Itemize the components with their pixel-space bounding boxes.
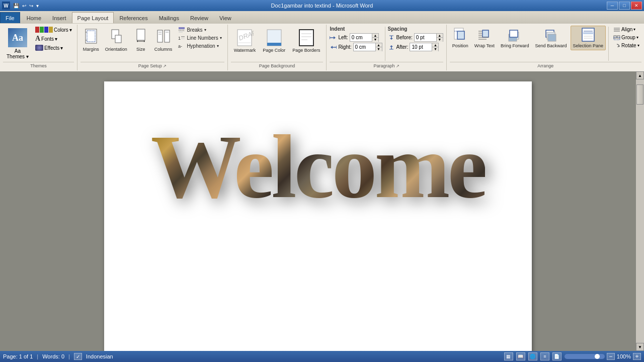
minimize-btn[interactable]: ─ — [607, 2, 618, 10]
fonts-btn-label: Fonts — [41, 36, 54, 42]
margins-btn[interactable]: Margins — [80, 26, 102, 55]
pageborders-btn-label: Page Borders — [292, 48, 320, 53]
svg-marker-40 — [390, 38, 393, 40]
indent-left-input[interactable]: 0 cm ▲ ▼ — [350, 33, 379, 42]
pageborders-btn[interactable]: Page Borders — [289, 26, 323, 55]
tab-references[interactable]: References — [114, 12, 153, 23]
columns-btn[interactable]: Columns — [152, 26, 175, 55]
indent-left-row: Left: 0 cm ▲ ▼ — [330, 33, 382, 42]
indent-right-input[interactable]: 0 cm ▲ ▼ — [353, 43, 382, 51]
print-layout-btn[interactable]: ▦ — [504, 352, 513, 360]
close-btn[interactable]: ✕ — [631, 2, 642, 10]
tab-insert[interactable]: Insert — [47, 12, 72, 23]
qa-dropdown-btn[interactable]: ▾ — [35, 3, 40, 9]
spacing-before-input[interactable]: 0 pt ▲ ▼ — [414, 33, 443, 42]
position-btn[interactable]: Position — [450, 26, 471, 50]
spacing-before-up[interactable]: ▲ — [437, 34, 443, 38]
colors-btn[interactable]: Colors ▾ — [33, 26, 74, 34]
svg-rect-58 — [548, 34, 556, 41]
quick-access-toolbar: 💾 ↩ ↪ ▾ — [12, 3, 40, 9]
tab-home[interactable]: Home — [21, 12, 47, 23]
indent-right-up[interactable]: ▲ — [376, 43, 382, 47]
paragraph-group-label: Paragraph ↗ — [330, 62, 443, 69]
svg-rect-47 — [482, 30, 489, 37]
columns-icon — [156, 28, 171, 46]
breaks-btn[interactable]: Breaks ▾ — [176, 26, 224, 34]
welcome-wrapper: Welcome Welcome — [151, 122, 486, 212]
svg-marker-43 — [390, 45, 393, 47]
outline-view-btn[interactable]: ≡ — [540, 352, 549, 360]
linenumbers-btn-label: Line Numbers — [187, 35, 218, 41]
tab-review[interactable]: Review — [185, 12, 214, 23]
pagebg-group-content: DRAFT Watermark Page Color — [231, 26, 324, 62]
themes-btn-label: Aa — [15, 48, 21, 54]
redo-quick-btn[interactable]: ↪ — [28, 3, 34, 9]
margins-icon — [84, 28, 98, 46]
pagecolor-btn-label: Page Color — [263, 48, 285, 53]
zoom-in-btn[interactable]: + — [633, 353, 641, 360]
paragraph-group: Indent Left: 0 cm ▲ ▼ — [327, 25, 446, 70]
position-btn-label: Position — [452, 43, 468, 49]
linenumbers-btn[interactable]: 1 Line Numbers ▾ — [176, 34, 224, 42]
zoom-thumb[interactable] — [595, 354, 600, 359]
orientation-icon — [109, 28, 123, 46]
zoom-out-btn[interactable]: − — [607, 353, 615, 360]
arrange-group-content: Position Wrap Text — [450, 26, 641, 62]
language-info: Indonesian — [86, 353, 113, 359]
spacing-after-down[interactable]: ▼ — [432, 47, 438, 51]
selectionpane-btn[interactable]: Selection Pane — [571, 26, 606, 50]
status-right: ▦ 📖 🌐 ≡ 📄 − 100% + — [504, 352, 641, 360]
orientation-btn[interactable]: Orientation — [103, 26, 130, 55]
save-quick-btn[interactable]: 💾 — [12, 3, 20, 9]
fonts-btn[interactable]: A Fonts ▾ — [33, 34, 74, 44]
tab-view[interactable]: View — [214, 12, 237, 23]
sendbackward-btn[interactable]: Send Backward — [533, 26, 570, 50]
draft-view-btn[interactable]: 📄 — [552, 352, 561, 360]
spellcheck-btn[interactable]: ✓ — [74, 353, 82, 360]
themes-btn[interactable]: Aa Aa Themes ▾ — [3, 26, 32, 62]
spacing-before-down[interactable]: ▼ — [437, 38, 443, 42]
svg-text:1: 1 — [178, 36, 181, 41]
pagecolor-btn[interactable]: Page Color — [260, 26, 288, 55]
restore-btn[interactable]: □ — [619, 2, 630, 10]
rotate-btn[interactable]: Rotate ▾ — [611, 42, 641, 49]
spacing-after-up[interactable]: ▲ — [432, 43, 438, 47]
scroll-up-btn[interactable]: ▲ — [636, 71, 644, 79]
group-btn[interactable]: Group ▾ — [611, 34, 641, 41]
hyphenation-btn[interactable]: a- Hyphenation ▾ — [176, 42, 224, 50]
bringforward-btn[interactable]: Bring Forward — [498, 26, 532, 50]
tab-file[interactable]: File — [0, 12, 20, 23]
rotate-btn-label: Rotate — [621, 43, 636, 48]
scroll-thumb[interactable] — [636, 84, 643, 105]
pagesetup-expand-icon[interactable]: ↗ — [163, 64, 167, 68]
align-btn[interactable]: Align ▾ — [611, 26, 641, 33]
document-area: Welcome Welcome — [0, 71, 636, 351]
indent-left-down[interactable]: ▼ — [372, 38, 378, 42]
indent-left-up[interactable]: ▲ — [372, 34, 378, 38]
svg-rect-61 — [583, 32, 593, 34]
wraptext-btn[interactable]: Wrap Text — [472, 26, 497, 50]
zoom-slider[interactable] — [565, 354, 605, 359]
undo-quick-btn[interactable]: ↩ — [21, 3, 27, 9]
tab-mailings[interactable]: Mailings — [153, 12, 185, 23]
spacing-before-row: Before: 0 pt ▲ ▼ — [388, 33, 443, 42]
indent-right-val: 0 cm — [354, 44, 375, 50]
status-left: Page: 1 of 1 | Words: 0 | ✓ Indonesian — [3, 353, 113, 360]
svg-rect-45 — [457, 31, 464, 39]
orientation-btn-label: Orientation — [105, 47, 127, 52]
indent-right-down[interactable]: ▼ — [376, 47, 382, 51]
zoom-percent: 100% — [617, 353, 631, 359]
spacing-after-input[interactable]: 10 pt ▲ ▼ — [410, 43, 439, 51]
web-layout-btn[interactable]: 🌐 — [528, 352, 537, 360]
tab-pagelayout[interactable]: Page Layout — [72, 12, 114, 23]
full-reading-btn[interactable]: 📖 — [516, 352, 525, 360]
watermark-btn[interactable]: DRAFT Watermark — [231, 26, 259, 55]
size-btn[interactable]: Size — [131, 26, 151, 55]
scroll-down-btn[interactable]: ▼ — [636, 343, 644, 351]
vertical-scrollbar: ▲ ▼ — [636, 71, 644, 351]
margins-btn-label: Margins — [83, 47, 99, 52]
left-label: Left: — [338, 35, 348, 40]
align-arrow: ▾ — [633, 27, 635, 32]
effects-btn[interactable]: Effects ▾ — [33, 44, 74, 52]
paragraph-expand-icon[interactable]: ↗ — [396, 64, 399, 68]
